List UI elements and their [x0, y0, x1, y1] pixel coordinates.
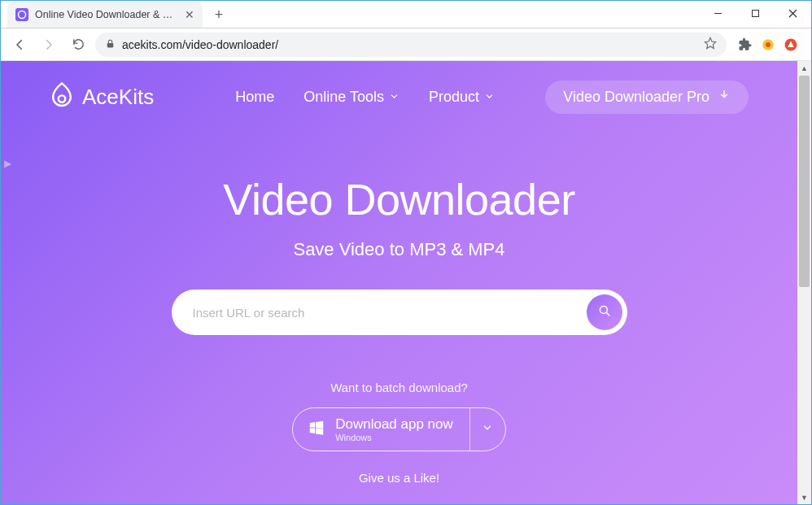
browser-toolbar: acekits.com/video-downloader/ [1, 28, 811, 61]
window-close-button[interactable] [774, 1, 811, 25]
download-app-button-group: Download app now Windows [292, 407, 506, 451]
chevron-down-icon [389, 89, 399, 106]
download-platform-dropdown[interactable] [469, 408, 505, 451]
nav-product-label: Product [429, 89, 479, 106]
svg-point-9 [59, 95, 65, 102]
hero-title: Video Downloader [1, 174, 797, 224]
give-like-link[interactable]: Give us a Like! [1, 471, 797, 485]
download-app-button[interactable]: Download app now Windows [293, 408, 469, 451]
nav-online-tools[interactable]: Online Tools [303, 89, 399, 106]
svg-rect-5 [107, 42, 114, 46]
nav-product[interactable]: Product [429, 89, 495, 106]
reload-button[interactable] [66, 33, 90, 57]
search-bar [172, 290, 627, 335]
browser-tab[interactable]: Online Video Downloader & Free ✕ [7, 2, 203, 28]
svg-point-0 [19, 11, 26, 19]
scroll-down-icon[interactable]: ▼ [797, 490, 811, 504]
nav-online-tools-label: Online Tools [303, 89, 384, 106]
tab-title: Online Video Downloader & Free [35, 9, 178, 20]
extension-icon-2[interactable] [784, 37, 798, 52]
extensions-icon[interactable] [738, 37, 753, 52]
forward-button[interactable] [37, 33, 61, 57]
logo-text: AceKits [82, 85, 154, 110]
hero-subtitle: Save Video to MP3 & MP4 [1, 239, 797, 260]
close-icon[interactable]: ✕ [185, 9, 194, 20]
chevron-down-icon [484, 89, 495, 106]
lock-icon [105, 37, 116, 52]
search-button[interactable] [587, 294, 622, 330]
chevron-down-icon [482, 422, 493, 437]
svg-line-11 [606, 312, 609, 316]
logo[interactable]: AceKits [50, 81, 154, 114]
window-minimize-button[interactable] [699, 1, 736, 25]
batch-download-link[interactable]: Want to batch download? [1, 381, 797, 394]
download-app-label: Download app now [335, 416, 453, 433]
windows-icon [308, 419, 325, 440]
new-tab-button[interactable]: + [207, 3, 230, 26]
scroll-up-icon[interactable]: ▲ [797, 61, 811, 75]
url-text: acekits.com/video-downloader/ [122, 38, 697, 51]
svg-point-7 [766, 42, 771, 47]
extension-icon-1[interactable] [761, 37, 775, 52]
vertical-scrollbar[interactable]: ▲ ▼ [797, 61, 811, 504]
download-platform-label: Windows [335, 433, 453, 443]
back-button[interactable] [7, 33, 32, 57]
window-maximize-button[interactable] [736, 1, 774, 25]
download-arrow-icon [718, 89, 731, 106]
search-icon [597, 303, 612, 321]
svg-rect-2 [752, 10, 758, 16]
window-titlebar: Online Video Downloader & Free ✕ + [1, 1, 811, 28]
address-bar[interactable]: acekits.com/video-downloader/ [95, 33, 727, 57]
search-input[interactable] [193, 306, 587, 320]
logo-icon [50, 81, 74, 114]
cta-video-downloader-pro[interactable]: Video Downloader Pro [545, 81, 749, 114]
cta-label: Video Downloader Pro [563, 89, 709, 106]
nav-home-label: Home [235, 89, 274, 106]
side-handle-icon[interactable]: ▶ [1, 155, 15, 172]
bookmark-star-icon[interactable] [704, 37, 717, 53]
tab-favicon [15, 8, 28, 21]
page-content: ▶ AceKits Home Online Tools Product Vide… [1, 61, 797, 504]
nav-home[interactable]: Home [235, 89, 274, 106]
scrollbar-thumb[interactable] [799, 76, 810, 287]
